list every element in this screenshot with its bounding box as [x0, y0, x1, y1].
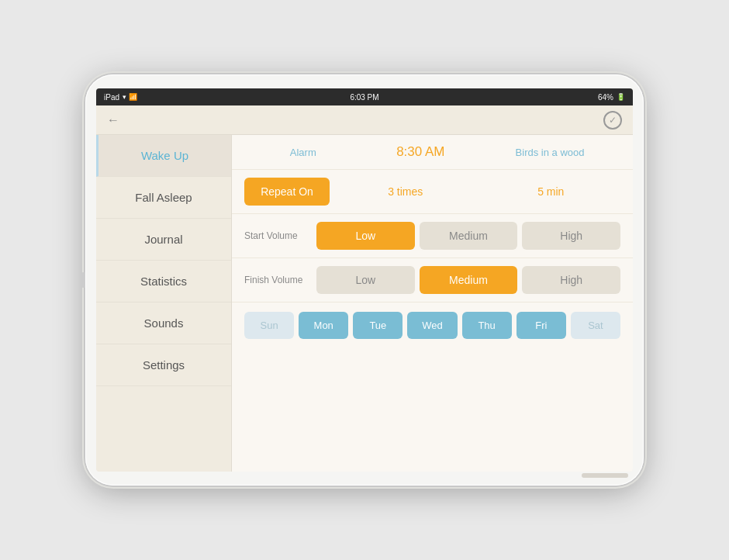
sidebar-item-statistics[interactable]: Statistics — [96, 261, 231, 302]
device-screen: iPad ▾ 📶 6:03 PM 64% 🔋 ← ✓ Wake — [96, 88, 633, 472]
repeat-times: 3 times — [336, 185, 475, 198]
repeat-on-button[interactable]: Repeat On — [244, 178, 330, 206]
day-tue[interactable]: Tue — [353, 312, 403, 339]
repeat-row: Repeat On 3 times 5 min — [232, 170, 633, 214]
device-frame: iPad ▾ 📶 6:03 PM 64% 🔋 ← ✓ Wake — [85, 74, 644, 486]
ipad-label: iPad — [104, 93, 119, 102]
day-thu[interactable]: Thu — [462, 312, 512, 339]
top-bar: ← ✓ — [96, 105, 633, 135]
start-volume-row: Start Volume Low Medium High — [232, 214, 633, 258]
right-panel: Alarm 8:30 AM Birds in a wood Repeat On … — [232, 135, 633, 472]
day-sun[interactable]: Sun — [244, 312, 294, 339]
finish-volume-label: Finish Volume — [244, 275, 310, 285]
start-vol-high[interactable]: High — [522, 222, 620, 250]
alarm-time[interactable]: 8:30 AM — [362, 144, 480, 160]
day-fri[interactable]: Fri — [517, 312, 566, 339]
confirm-button[interactable]: ✓ — [603, 111, 622, 130]
start-volume-label: Start Volume — [244, 230, 310, 241]
status-bar-time: 6:03 PM — [350, 93, 378, 102]
device-connector — [582, 473, 628, 478]
alarm-sound[interactable]: Birds in a wood — [479, 147, 620, 158]
sidebar-item-sounds[interactable]: Sounds — [96, 302, 231, 344]
wifi-icon: ▾ 📶 — [123, 93, 137, 101]
start-vol-low[interactable]: Low — [316, 222, 415, 250]
main-content: Wake Up Fall Asleep Journal Statistics S… — [96, 135, 633, 472]
day-mon[interactable]: Mon — [299, 312, 348, 339]
back-button[interactable]: ← — [107, 113, 119, 127]
status-bar-left: iPad ▾ 📶 — [104, 93, 137, 102]
side-button — [81, 272, 85, 288]
sidebar-item-journal[interactable]: Journal — [96, 219, 231, 261]
alarm-row: Alarm 8:30 AM Birds in a wood — [232, 135, 633, 170]
days-row: Sun Mon Tue Wed Thu Fri Sat — [232, 302, 633, 348]
sidebar-item-wake-up[interactable]: Wake Up — [96, 135, 231, 177]
status-bar: iPad ▾ 📶 6:03 PM 64% 🔋 — [96, 88, 633, 105]
battery-icon: 🔋 — [617, 93, 625, 101]
finish-vol-low[interactable]: Low — [316, 266, 415, 294]
repeat-duration: 5 min — [482, 185, 621, 198]
finish-vol-high[interactable]: High — [522, 266, 620, 294]
start-vol-medium[interactable]: Medium — [420, 222, 518, 250]
battery-pct: 64% — [598, 93, 613, 102]
sidebar-item-fall-asleep[interactable]: Fall Asleep — [96, 177, 231, 219]
finish-volume-row: Finish Volume Low Medium High — [232, 258, 633, 302]
sidebar: Wake Up Fall Asleep Journal Statistics S… — [96, 135, 232, 472]
sidebar-item-settings[interactable]: Settings — [96, 344, 231, 386]
finish-volume-options: Low Medium High — [316, 266, 620, 294]
start-volume-options: Low Medium High — [316, 222, 620, 250]
day-sat[interactable]: Sat — [571, 312, 620, 339]
alarm-label: Alarm — [244, 147, 362, 158]
day-wed[interactable]: Wed — [407, 312, 457, 339]
status-bar-right: 64% 🔋 — [598, 93, 625, 102]
finish-vol-medium[interactable]: Medium — [420, 266, 518, 294]
